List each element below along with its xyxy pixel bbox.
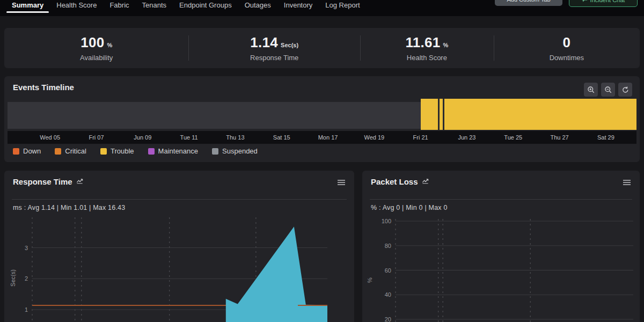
events-timeline-title: Events Timeline bbox=[13, 83, 74, 92]
add-custom-tab-label: Add Custom Tab bbox=[507, 0, 550, 3]
maintenance-swatch bbox=[148, 148, 155, 155]
availability-value: 100 bbox=[80, 34, 104, 51]
svg-text:100: 100 bbox=[382, 218, 391, 224]
tab-fabric[interactable]: Fabric bbox=[109, 0, 129, 10]
maintenance-label: Maintenance bbox=[158, 147, 198, 155]
date-tick: Sat 29 bbox=[583, 134, 629, 141]
legend-item-maintenance[interactable]: Maintenance bbox=[148, 147, 198, 155]
svg-text:20: 20 bbox=[385, 316, 391, 322]
health-score-label: Health Score bbox=[407, 54, 447, 62]
svg-text:60: 60 bbox=[385, 267, 391, 274]
svg-text:40: 40 bbox=[385, 291, 391, 298]
critical-swatch bbox=[55, 148, 61, 155]
svg-text:Sec(s): Sec(s) bbox=[10, 269, 16, 287]
events-timeline-panel: Events Timeline Wed 05 Fri 07 Jun 09 Tue… bbox=[4, 76, 640, 162]
svg-text:1: 1 bbox=[25, 306, 28, 313]
downtimes-label: Downtimes bbox=[550, 54, 584, 62]
legend-item-critical[interactable]: Critical bbox=[55, 147, 86, 155]
availability-label: Availability bbox=[80, 54, 113, 62]
timeline-band-gap bbox=[443, 99, 444, 130]
date-tick: Tue 25 bbox=[490, 134, 536, 141]
date-tick: Thu 27 bbox=[536, 134, 582, 141]
tab-endpoint-groups[interactable]: Endpoint Groups bbox=[179, 0, 232, 10]
health-score-value: 11.61 bbox=[405, 34, 440, 51]
response-time-label: Response Time bbox=[250, 54, 298, 62]
tab-outages[interactable]: Outages bbox=[245, 0, 271, 10]
response-time-unit: Sec(s) bbox=[281, 42, 298, 48]
stat-downtimes: 0 Downtimes bbox=[494, 28, 640, 68]
trouble-swatch bbox=[100, 148, 107, 155]
health-score-unit: % bbox=[443, 42, 449, 48]
top-tab-bar: Summary Health Score Fabric Tenants Endp… bbox=[0, 0, 644, 16]
svg-text:80: 80 bbox=[385, 243, 391, 249]
zoom-in-icon bbox=[587, 86, 595, 94]
svg-text:3: 3 bbox=[25, 245, 28, 251]
events-timeline-track[interactable] bbox=[8, 102, 636, 129]
tab-health-score[interactable]: Health Score bbox=[56, 0, 97, 10]
response-time-value: 1.14 bbox=[250, 34, 278, 51]
date-tick: Jun 23 bbox=[444, 134, 490, 141]
downtimes-value: 0 bbox=[562, 34, 570, 51]
trouble-label: Trouble bbox=[111, 147, 134, 155]
date-tick: Tue 11 bbox=[166, 134, 212, 141]
timeline-zoom-toolbar bbox=[584, 83, 632, 97]
timeline-date-axis: Wed 05 Fri 07 Jun 09 Tue 11 Thu 13 Sat 1… bbox=[8, 131, 636, 144]
availability-unit: % bbox=[107, 42, 112, 48]
incident-chat-label: Incident Chat bbox=[590, 0, 625, 3]
date-tick: Thu 13 bbox=[212, 134, 258, 141]
date-tick: Sat 15 bbox=[259, 134, 305, 141]
zoom-out-icon bbox=[604, 86, 612, 94]
legend-item-down[interactable]: Down bbox=[13, 147, 41, 155]
chat-icon bbox=[582, 0, 588, 3]
summary-stats-strip: 100 % Availability 1.14 Sec(s) Response … bbox=[4, 28, 640, 68]
tab-summary[interactable]: Summary bbox=[12, 0, 43, 10]
down-swatch bbox=[13, 148, 19, 155]
timeline-legend: Down Critical Trouble Maintenance Suspen… bbox=[13, 147, 258, 155]
response-time-panel: Response Time ms : Avg 1.14 | Min 1.01 |… bbox=[4, 171, 354, 322]
zoom-out-button[interactable] bbox=[601, 83, 615, 97]
add-custom-tab-button[interactable]: Add Custom Tab bbox=[495, 0, 562, 6]
events-timeline-title-text: Events Timeline bbox=[13, 83, 74, 92]
date-tick: Fri 07 bbox=[73, 134, 119, 141]
date-tick: Jun 09 bbox=[120, 134, 166, 141]
svg-text:2: 2 bbox=[25, 275, 28, 282]
date-tick: Wed 19 bbox=[351, 134, 397, 141]
zoom-reset-icon bbox=[621, 86, 630, 94]
date-tick: Mon 17 bbox=[305, 134, 351, 141]
packet-loss-chart[interactable]: 20406080100% bbox=[362, 171, 640, 322]
monitoring-dashboard: Summary Health Score Fabric Tenants Endp… bbox=[0, 0, 644, 322]
tab-inventory[interactable]: Inventory bbox=[284, 0, 312, 10]
zoom-reset-button[interactable] bbox=[618, 83, 632, 97]
down-label: Down bbox=[23, 147, 41, 155]
suspended-label: Suspended bbox=[222, 147, 258, 155]
zoom-in-button[interactable] bbox=[584, 83, 598, 97]
tab-log-report[interactable]: Log Report bbox=[325, 0, 360, 10]
tab-tenants[interactable]: Tenants bbox=[142, 0, 167, 10]
incident-chat-button[interactable]: Incident Chat bbox=[569, 0, 638, 7]
packet-loss-panel: Packet Loss % : Avg 0 | Min 0 | Max 0 20… bbox=[362, 171, 640, 322]
legend-item-suspended[interactable]: Suspended bbox=[212, 147, 258, 155]
stat-response-time: 1.14 Sec(s) Response Time bbox=[188, 28, 360, 68]
stat-availability: 100 % Availability bbox=[4, 28, 188, 68]
response-time-chart[interactable]: 123Sec(s) bbox=[4, 171, 354, 322]
date-tick: Fri 21 bbox=[398, 134, 444, 141]
stat-health-score: 11.61 % Health Score bbox=[360, 28, 494, 68]
timeline-band-gap bbox=[438, 99, 440, 130]
suspended-swatch bbox=[212, 148, 218, 155]
timeline-event-band-trouble[interactable] bbox=[421, 99, 636, 130]
svg-text:%: % bbox=[367, 277, 373, 283]
legend-item-trouble[interactable]: Trouble bbox=[100, 147, 134, 155]
critical-label: Critical bbox=[65, 147, 86, 155]
date-tick: Wed 05 bbox=[27, 134, 73, 141]
